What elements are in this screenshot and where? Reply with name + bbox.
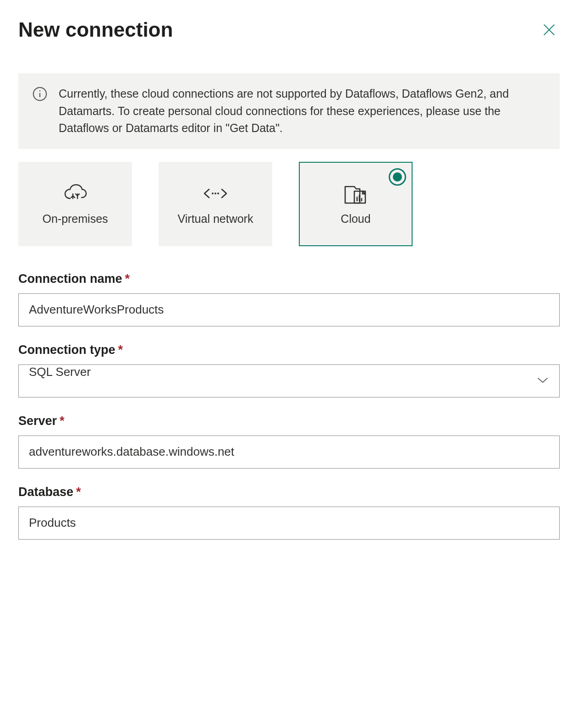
field-database: Database* xyxy=(18,485,560,540)
label-text: Connection type xyxy=(18,343,116,357)
tile-label: On-premises xyxy=(42,211,108,227)
label-text: Connection name xyxy=(18,272,122,286)
selected-indicator-icon xyxy=(389,168,406,186)
label-text: Server xyxy=(18,414,57,428)
network-icon xyxy=(203,181,228,206)
svg-point-7 xyxy=(217,193,219,194)
required-asterisk: * xyxy=(76,485,81,499)
database-input[interactable] xyxy=(18,507,560,540)
svg-point-4 xyxy=(39,90,41,92)
required-asterisk: * xyxy=(125,272,130,286)
connection-type-select[interactable]: SQL Server xyxy=(18,364,560,397)
label-text: Database xyxy=(18,485,73,499)
required-asterisk: * xyxy=(118,343,123,357)
field-label: Server* xyxy=(18,414,560,428)
server-input[interactable] xyxy=(18,436,560,469)
field-label: Connection type* xyxy=(18,343,560,357)
tile-label: Virtual network xyxy=(178,211,253,227)
field-label: Database* xyxy=(18,485,560,499)
connection-name-input[interactable] xyxy=(18,293,560,326)
info-banner: Currently, these cloud connections are n… xyxy=(18,73,560,149)
info-message: Currently, these cloud connections are n… xyxy=(59,85,546,137)
field-connection-type: Connection type* SQL Server xyxy=(18,343,560,397)
dialog-title: New connection xyxy=(18,18,173,41)
field-connection-name: Connection name* xyxy=(18,272,560,326)
tile-cloud[interactable]: Cloud xyxy=(299,162,413,246)
svg-point-5 xyxy=(212,193,214,194)
tile-virtual-network[interactable]: Virtual network xyxy=(159,162,272,246)
svg-point-6 xyxy=(215,193,216,194)
cloud-doc-icon xyxy=(342,181,369,206)
close-icon xyxy=(541,22,557,38)
tile-on-premises[interactable]: On-premises xyxy=(18,162,132,246)
required-asterisk: * xyxy=(60,414,65,428)
field-server: Server* xyxy=(18,414,560,469)
cloud-sync-icon xyxy=(62,181,88,206)
info-icon xyxy=(32,85,48,137)
connection-location-tiles: On-premises Virtual network xyxy=(18,162,560,246)
tile-label: Cloud xyxy=(341,211,370,227)
close-button[interactable] xyxy=(539,19,560,40)
field-label: Connection name* xyxy=(18,272,560,286)
